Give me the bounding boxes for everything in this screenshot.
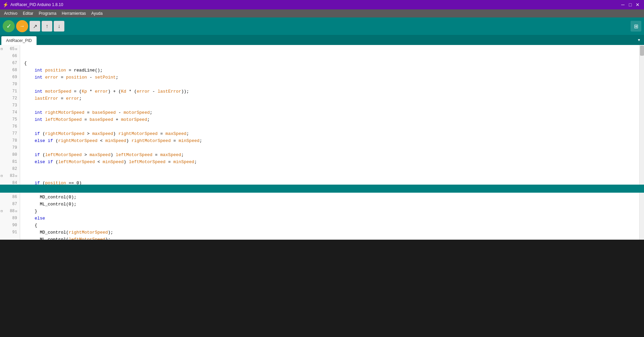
code-line: int rightMotorSpeed = baseSpeed - motorS… bbox=[24, 109, 639, 116]
code-line: int position = readLine(); bbox=[24, 67, 639, 74]
menu-editar[interactable]: Editar bbox=[20, 10, 36, 16]
code-line: lastError = error; bbox=[24, 95, 639, 102]
code-line bbox=[24, 173, 639, 180]
code-line: else if (rightMotorSpeed < minSpeed) rig… bbox=[24, 137, 639, 144]
line-number-86: 86 bbox=[0, 194, 17, 201]
line-number-72: 72 bbox=[0, 95, 17, 102]
line-number-78: 78 bbox=[0, 137, 17, 144]
fold-icon[interactable]: ⊟ bbox=[15, 175, 17, 178]
menu-ayuda[interactable]: Ayuda bbox=[89, 10, 105, 16]
code-line: if (rightMotorSpeed > maxSpeed) rightMot… bbox=[24, 130, 639, 137]
window-controls: ─ □ ✕ bbox=[619, 1, 641, 8]
line-number-70: 70 bbox=[0, 81, 17, 88]
tab-antracer-pid[interactable]: AntRacer_PID bbox=[1, 36, 37, 45]
line-number-87: 87 bbox=[0, 201, 17, 208]
line-number-81: 81 bbox=[0, 158, 17, 165]
code-line: int error = position - setPoint; bbox=[24, 74, 639, 81]
app-icon: ⚡ bbox=[3, 2, 8, 7]
code-line: ML_control(leftMotorSpeed); bbox=[24, 236, 639, 240]
line-numbers: 65⊟666768697071727374757677787980818283⊟… bbox=[0, 45, 20, 240]
toolbar: ✓ → ↗ ↑ ↓ ⊞ bbox=[0, 17, 644, 35]
close-button[interactable]: ✕ bbox=[634, 1, 641, 8]
menu-programa[interactable]: Programa bbox=[36, 10, 59, 16]
code-line bbox=[24, 123, 639, 130]
line-number-71: 71 bbox=[0, 88, 17, 95]
titlebar: ⚡ AntRacer_PID Arduino 1.8.10 ─ □ ✕ bbox=[0, 0, 644, 9]
fold-icon[interactable]: ⊟ bbox=[15, 48, 17, 51]
tab-label: AntRacer_PID bbox=[6, 38, 32, 43]
console-area bbox=[0, 248, 644, 301]
line-number-88: 88⊟ bbox=[0, 208, 17, 215]
code-line: int motorSpeed = (Kp * error) + (Kd * (e… bbox=[24, 88, 639, 95]
line-number-67: 67 bbox=[0, 60, 17, 67]
upload-button[interactable]: → bbox=[16, 20, 28, 32]
tabbar: AntRacer_PID ▾ bbox=[0, 35, 644, 45]
code-line: else if (leftMotorSpeed < minSpeed) left… bbox=[24, 158, 639, 165]
new-button[interactable]: ↗ bbox=[30, 21, 40, 32]
code-line: { bbox=[24, 222, 639, 229]
title-text: AntRacer_PID Arduino 1.8.10 bbox=[10, 2, 619, 7]
scrollbar-track[interactable] bbox=[639, 45, 644, 240]
minimize-button[interactable]: ─ bbox=[619, 1, 627, 8]
code-line: int leftMotorSpeed = baseSpeed + motorSp… bbox=[24, 116, 639, 123]
fold-icon[interactable]: ⊟ bbox=[15, 210, 17, 213]
code-line bbox=[24, 144, 639, 151]
code-line: if (leftMotorSpeed > maxSpeed) leftMotor… bbox=[24, 151, 639, 158]
line-number-77: 77 bbox=[0, 130, 17, 137]
line-number-79: 79 bbox=[0, 144, 17, 151]
code-line: MD_control(0); bbox=[24, 194, 639, 201]
line-number-75: 75 bbox=[0, 116, 17, 123]
line-number-90: 90 bbox=[0, 222, 17, 229]
code-editor: 65⊟666768697071727374757677787980818283⊟… bbox=[0, 45, 644, 240]
menubar: Archivo Editar Programa Herramientas Ayu… bbox=[0, 9, 644, 17]
menu-archivo[interactable]: Archivo bbox=[1, 10, 20, 16]
code-line: else bbox=[24, 215, 639, 222]
line-number-68: 68 bbox=[0, 67, 17, 74]
status-bar bbox=[0, 185, 644, 193]
code-line bbox=[24, 102, 639, 109]
line-number-66: 66 bbox=[0, 53, 17, 60]
scrollbar-thumb[interactable] bbox=[640, 46, 644, 56]
line-number-80: 80 bbox=[0, 151, 17, 158]
verify-button[interactable]: ✓ bbox=[3, 20, 15, 32]
open-button[interactable]: ↑ bbox=[42, 21, 52, 32]
line-number-83: 83⊟ bbox=[0, 173, 17, 180]
code-content[interactable]: { int position = readLine(); int error =… bbox=[20, 45, 639, 240]
serial-monitor-button[interactable]: ⊞ bbox=[631, 21, 641, 32]
line-number-82: 82 bbox=[0, 165, 17, 173]
line-number-73: 73 bbox=[0, 102, 17, 109]
maximize-button[interactable]: □ bbox=[627, 1, 634, 8]
code-line: ML_control(0); bbox=[24, 201, 639, 208]
line-number-89: 89 bbox=[0, 215, 17, 222]
code-line bbox=[24, 165, 639, 173]
code-line: MD_control(rightMotorSpeed); bbox=[24, 229, 639, 236]
save-button[interactable]: ↓ bbox=[54, 21, 64, 32]
code-line bbox=[24, 81, 639, 88]
code-line: } bbox=[24, 208, 639, 215]
tab-arrow[interactable]: ▾ bbox=[635, 35, 643, 45]
menu-herramientas[interactable]: Herramientas bbox=[59, 10, 89, 16]
code-line: { bbox=[24, 60, 639, 67]
line-number-65: 65⊟ bbox=[0, 46, 17, 53]
line-number-69: 69 bbox=[0, 74, 17, 81]
line-number-91: 91 bbox=[0, 229, 17, 236]
line-number-76: 76 bbox=[0, 123, 17, 130]
line-number-74: 74 bbox=[0, 109, 17, 116]
